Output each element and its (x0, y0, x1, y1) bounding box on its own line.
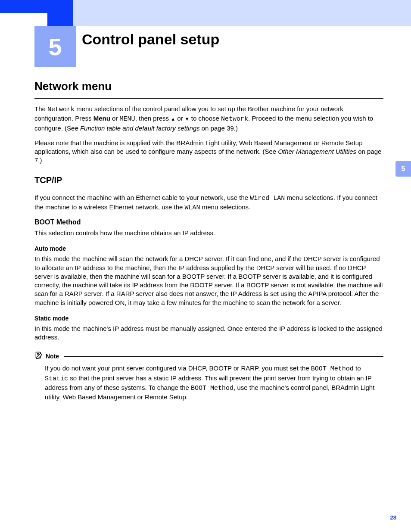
mono-network: Network (47, 106, 75, 113)
static-mode-paragraph: In this mode the machine's IP address mu… (34, 324, 383, 342)
tcpip-rule (34, 188, 383, 188)
note-header-line (64, 356, 383, 357)
section-heading-network-menu: Network menu (34, 80, 383, 93)
tcpip-paragraph: If you connect the machine with an Ether… (34, 193, 383, 213)
page-number: 28 (390, 514, 396, 521)
section-rule (34, 98, 383, 99)
mono-wlan: WLAN (185, 204, 200, 212)
xref-function-table: Function table and default factory setti… (80, 124, 200, 132)
header-banner (47, 0, 411, 26)
auto-mode-paragraph: In this mode the machine will scan the n… (34, 255, 383, 307)
note-label: Note (46, 353, 59, 360)
header-accent-inner (47, 0, 73, 26)
arrow-down-icon: ▼ (185, 116, 190, 121)
network-menu-paragraph-1: The Network menu selections of the contr… (34, 105, 383, 133)
subheading-tcpip: TCP/IP (34, 175, 383, 185)
subheading-auto-mode: Auto mode (34, 245, 383, 252)
chapter-number-box: 5 (34, 26, 76, 67)
note-icon (34, 351, 43, 361)
xref-other-management: Other Management Utilities (278, 148, 356, 155)
network-menu-paragraph-2: Please note that the machine is supplied… (34, 139, 383, 165)
mono-wired-lan: Wired LAN (250, 195, 285, 202)
note-block: Note If you do not want your print serve… (34, 351, 383, 406)
mono-network-2: Network (221, 115, 248, 123)
mono-boot-method: BOOT Method (311, 365, 354, 373)
chapter-title: Control panel setup (82, 31, 219, 48)
bold-menu: Menu (93, 115, 110, 122)
mono-menu: MENU (120, 115, 135, 123)
mono-static: Static (45, 375, 68, 383)
subheading-static-mode: Static mode (34, 315, 383, 322)
mono-boot-method-2: BOOT Method (191, 385, 234, 392)
boot-method-paragraph: This selection controls how the machine … (34, 229, 383, 237)
subheading-boot-method: BOOT Method (34, 218, 383, 226)
note-bottom-line (45, 406, 383, 406)
note-body: If you do not want your print server con… (34, 361, 383, 406)
arrow-up-icon: ▲ (171, 116, 175, 121)
content-area: Network menu The Network menu selections… (34, 80, 383, 406)
note-header: Note (34, 351, 383, 361)
chapter-number: 5 (48, 33, 62, 61)
page: 5 Control panel setup 5 Network menu The… (0, 0, 411, 532)
header-accent-left (0, 0, 47, 13)
side-tab-number: 5 (402, 165, 405, 173)
side-tab: 5 (395, 161, 411, 177)
